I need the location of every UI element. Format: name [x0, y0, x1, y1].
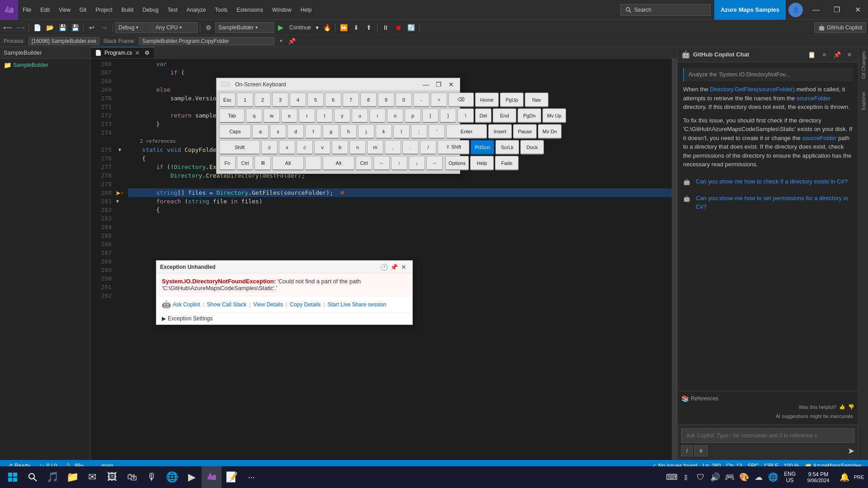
key-mvdn[interactable]: Mv Dn [538, 124, 561, 139]
key-w[interactable]: w [264, 108, 280, 123]
menu-project[interactable]: Project [91, 0, 117, 20]
menu-extensions[interactable]: Extensions [232, 0, 268, 20]
key-quote[interactable]: ' [429, 124, 445, 139]
key-4[interactable]: 4 [290, 93, 306, 107]
forward-button[interactable]: ⟶ [14, 22, 26, 33]
copilot-link-sourcefolder[interactable]: sourceFolder [797, 95, 831, 102]
copilot-link-sourcefolder2[interactable]: sourceFolder [802, 135, 836, 141]
open-file-button[interactable]: 📂 [44, 22, 56, 33]
copilot-pin-button[interactable]: 📌 [832, 50, 842, 60]
key-u[interactable]: u [352, 108, 368, 123]
ask-copilot-link[interactable]: Ask Copilot [173, 301, 200, 308]
exception-close-button[interactable]: ✕ [399, 262, 409, 272]
key-n[interactable]: n [349, 140, 366, 155]
tab-program-cs[interactable]: 📄 Program.cs ✕ ⚙ [90, 47, 155, 58]
key-rbracket[interactable]: ] [440, 108, 456, 123]
systray-network[interactable]: 🌐 [767, 466, 779, 488]
taskbar-play-button[interactable]: ▶ [182, 466, 202, 488]
key-dock[interactable]: Dock [520, 140, 544, 155]
key-comma[interactable]: , [385, 140, 401, 155]
key-period[interactable]: . [402, 140, 419, 155]
git-changes-tab[interactable]: Git Changes [859, 47, 868, 83]
key-0[interactable]: 0 [396, 93, 412, 107]
systray-bitcoin[interactable]: ₿ [680, 466, 693, 488]
key-backslash[interactable]: \ [458, 108, 474, 123]
taskbar-winamp-button[interactable]: 🎵 [42, 466, 62, 488]
key-caps[interactable]: Caps [219, 124, 251, 139]
preview-icon[interactable]: PRE [853, 466, 865, 488]
key-1[interactable]: 1 [237, 93, 253, 107]
taskbar-search-button[interactable] [23, 466, 42, 488]
menu-debug[interactable]: Debug [138, 0, 163, 20]
key-r[interactable]: r [299, 108, 315, 123]
key-j[interactable]: j [358, 124, 374, 139]
exception-history-button[interactable]: 🕐 [379, 262, 389, 272]
step-into-button[interactable]: ⬇ [350, 22, 362, 33]
key-h[interactable]: h [340, 124, 357, 139]
key-o[interactable]: o [387, 108, 403, 123]
tab-close-button[interactable]: ✕ [135, 49, 140, 56]
key-f[interactable]: f [305, 124, 321, 139]
systray-upload[interactable]: ☁ [752, 466, 765, 488]
key-p[interactable]: p [405, 108, 421, 123]
menu-help[interactable]: Help [296, 0, 316, 20]
key-3[interactable]: 3 [272, 93, 288, 107]
copy-details-link[interactable]: Copy Details [290, 301, 321, 308]
key-8[interactable]: 8 [360, 93, 377, 107]
key-arrow-up[interactable]: ↑ [391, 156, 407, 170]
exception-pin-button[interactable]: 📌 [389, 262, 399, 272]
key-backspace[interactable]: ⌫ [448, 93, 474, 107]
key-5[interactable]: 5 [307, 93, 324, 107]
menu-tools[interactable]: Tools [210, 0, 232, 20]
key-nav[interactable]: Nav [525, 93, 548, 107]
key-insert[interactable]: Insert [488, 124, 512, 139]
key-v[interactable]: v [314, 140, 330, 155]
menu-test[interactable]: Test [163, 0, 182, 20]
key-alt-r[interactable]: Alt [323, 156, 354, 170]
key-q[interactable]: q [246, 108, 262, 123]
platform-dropdown[interactable]: Any CPU ▾ [152, 22, 198, 33]
taskbar-mail-button[interactable]: ✉ [82, 466, 102, 488]
menu-view[interactable]: View [54, 0, 75, 20]
key-d[interactable]: d [288, 124, 304, 139]
copilot-copy-button[interactable]: 📋 [807, 50, 816, 60]
key-lbracket[interactable]: [ [422, 108, 439, 123]
view-details-link[interactable]: View Details [253, 301, 283, 308]
key-shift-l[interactable]: Shift [219, 140, 260, 155]
tab-settings-icon[interactable]: ⚙ [145, 50, 150, 56]
key-c[interactable]: c [297, 140, 313, 155]
copilot-suggestion-1[interactable]: 🤖 Can you show me how to check if a dire… [683, 174, 853, 190]
menu-edit[interactable]: Edit [36, 0, 54, 20]
start-button[interactable] [3, 466, 23, 488]
key-a[interactable]: a [252, 124, 269, 139]
key-g[interactable]: g [323, 124, 339, 139]
systray-gaming[interactable]: 🎮 [723, 466, 736, 488]
redo-button[interactable]: ↪ [99, 22, 110, 33]
send-button[interactable]: ➤ [848, 446, 854, 456]
explorer-tab[interactable]: Explorer [859, 83, 868, 119]
systray-paint[interactable]: 🎨 [738, 466, 750, 488]
hash-button[interactable]: # [694, 446, 708, 456]
key-esc[interactable]: Esc [219, 93, 236, 107]
vertical-scrollbar[interactable] [672, 59, 677, 460]
show-call-stack-link[interactable]: Show Call Stack [207, 301, 246, 308]
back-button[interactable]: ⟵ [2, 22, 14, 33]
github-copilot-button[interactable]: 🤖 GitHub Copilot [814, 22, 866, 33]
key-alt-l[interactable]: Alt [272, 156, 304, 170]
key-tab[interactable]: Tab [219, 108, 245, 123]
key-ctrl-r[interactable]: Ctrl [356, 156, 372, 170]
osk-minimize-button[interactable]: — [421, 80, 431, 89]
sol-item-root[interactable]: 📁 SampleBuilder [0, 61, 90, 70]
menu-build[interactable]: Build [117, 0, 138, 20]
taskbar-notepad-button[interactable]: 📝 [222, 466, 241, 488]
key-7[interactable]: 7 [343, 93, 359, 107]
menu-analyze[interactable]: Analyze [182, 0, 211, 20]
key-equals[interactable]: = [431, 93, 447, 107]
key-end[interactable]: End [493, 108, 516, 123]
close-button[interactable]: ✕ [847, 0, 868, 20]
thumbs-down-button[interactable]: 👎 [848, 404, 854, 410]
key-prtscn[interactable]: PrtScn [471, 140, 494, 155]
debug-stop-button[interactable]: 🔥 [321, 22, 333, 33]
key-6[interactable]: 6 [325, 93, 341, 107]
key-ctrl-l[interactable]: Ctrl [237, 156, 253, 170]
